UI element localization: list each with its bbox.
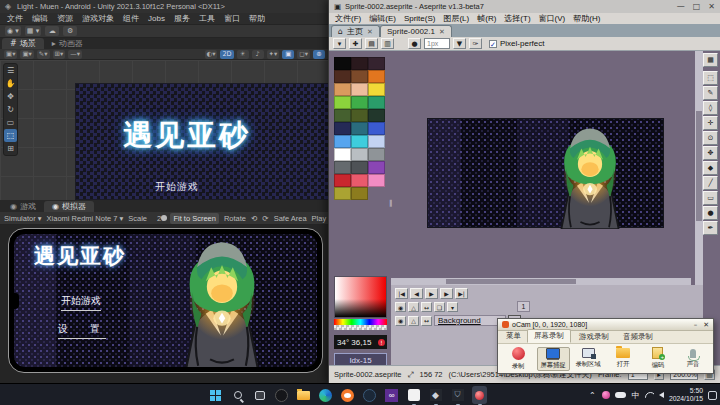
tray-cloud-icon[interactable] bbox=[615, 392, 626, 398]
slice-tool-icon[interactable]: ✒ bbox=[703, 221, 718, 235]
aseprite-menu-item[interactable]: 帮助(H) bbox=[573, 13, 600, 24]
wifi-icon[interactable] bbox=[645, 392, 654, 398]
rectangle-tool-icon[interactable]: ▭ bbox=[703, 191, 718, 205]
cloud-button[interactable]: ☁ bbox=[45, 26, 59, 36]
next-frame-button[interactable]: ▶ bbox=[440, 288, 453, 299]
palette-swatch[interactable] bbox=[334, 174, 351, 187]
steam-app-button[interactable] bbox=[362, 388, 377, 403]
notification-icon[interactable] bbox=[708, 391, 717, 400]
palette-swatch[interactable] bbox=[334, 109, 351, 122]
bucket-tool-icon[interactable]: ◆ bbox=[703, 161, 718, 175]
palette-presets-button[interactable]: ▥ bbox=[381, 38, 394, 49]
checkbox-icon[interactable]: ✓ bbox=[489, 40, 497, 48]
palette-swatch[interactable] bbox=[334, 135, 351, 148]
clock[interactable]: 5:50 2024/10/15 bbox=[669, 387, 703, 404]
palette-swatch[interactable] bbox=[351, 83, 368, 96]
ocam-minimize-button[interactable]: – bbox=[694, 321, 698, 329]
dynamics-button[interactable]: ✑ bbox=[469, 38, 482, 49]
canvas-vertical-scrollbar[interactable] bbox=[695, 51, 703, 285]
lock-icon[interactable]: △ bbox=[408, 302, 419, 312]
palette-swatch[interactable] bbox=[334, 148, 351, 161]
alpha-slider[interactable] bbox=[334, 325, 387, 330]
aseprite-menu-item[interactable]: 文件(F) bbox=[335, 13, 361, 24]
rect-tool-icon[interactable]: ⬚ bbox=[4, 129, 17, 142]
rotate-cw-icon[interactable]: ⟳ bbox=[262, 214, 268, 223]
move-tool-icon[interactable]: ✥ bbox=[703, 146, 718, 160]
dark-app-button[interactable] bbox=[274, 388, 289, 403]
unity-menu-item[interactable]: 文件 bbox=[7, 13, 23, 24]
unity-menu-item[interactable]: 窗口 bbox=[224, 13, 240, 24]
overlay-menu-icon[interactable]: ☰ bbox=[4, 64, 17, 77]
maximize-button[interactable]: □ bbox=[693, 2, 701, 11]
minimize-button[interactable]: — bbox=[677, 2, 685, 11]
ime-indicator[interactable]: 中 bbox=[631, 390, 640, 401]
eyedropper-tool-icon[interactable]: ✛ bbox=[703, 116, 718, 130]
frame-number-header[interactable]: 1 bbox=[517, 301, 530, 312]
pixel-perfect-option[interactable]: ✓ Pixel-perfect bbox=[489, 39, 544, 48]
palette-swatch[interactable] bbox=[368, 161, 385, 174]
unity-titlebar[interactable]: ◈ Light - Muen - Android - Unity 2021.3.… bbox=[0, 0, 329, 13]
grid-settings-icon[interactable]: ▦ bbox=[703, 53, 718, 67]
eye-icon[interactable]: ◉ bbox=[395, 302, 406, 312]
palette-swatch[interactable] bbox=[368, 109, 385, 122]
open-folder-button[interactable]: 打开 bbox=[606, 348, 639, 369]
aseprite-menu-item[interactable]: 帧(R) bbox=[477, 13, 496, 24]
edge-button[interactable] bbox=[318, 388, 333, 403]
tab-home[interactable]: ⌂ 主页 ✕ bbox=[331, 25, 380, 37]
scale-tool-icon[interactable]: ▭ bbox=[4, 116, 17, 129]
zoom-tool-icon[interactable]: ⊙ bbox=[703, 131, 718, 145]
ocam-close-button[interactable]: ✕ bbox=[703, 321, 709, 329]
aseprite-menu-item[interactable]: 窗口(V) bbox=[539, 13, 566, 24]
shield-app-button[interactable]: ⛉ bbox=[450, 388, 465, 403]
color-picker-gradient[interactable] bbox=[334, 276, 387, 318]
brush-type-button[interactable]: ● bbox=[408, 38, 421, 49]
phone-settings-button[interactable]: 设 置 bbox=[58, 322, 106, 339]
rotate-ccw-icon[interactable]: ⟲ bbox=[251, 214, 257, 223]
aseprite-menu-item[interactable]: 选择(T) bbox=[504, 13, 530, 24]
palette-swatch[interactable] bbox=[334, 161, 351, 174]
record-area-button[interactable]: 录制区域 bbox=[572, 348, 605, 369]
ocam-menu-button[interactable]: 菜单 bbox=[502, 331, 525, 343]
play-unfocused-label[interactable]: Play Unfocused bbox=[312, 214, 329, 223]
tool-dropdown-1[interactable]: ▣▾ bbox=[4, 50, 17, 59]
aseprite-menu-item[interactable]: 编辑(E) bbox=[369, 13, 396, 24]
effects-dropdown[interactable]: ✦▾ bbox=[267, 50, 280, 59]
lighting-toggle-button[interactable]: ☀ bbox=[237, 50, 249, 59]
tab-scene[interactable]: #场景 bbox=[2, 38, 44, 49]
tab-simulator[interactable]: ◉模拟器 bbox=[44, 201, 94, 212]
last-frame-button[interactable]: ▶| bbox=[455, 288, 468, 299]
layer-link-icon[interactable]: ↔ bbox=[421, 316, 432, 326]
tab-animator[interactable]: ▸动画器 bbox=[44, 38, 91, 49]
gizmos-dropdown[interactable]: ◻▾ bbox=[297, 50, 310, 59]
palette-swatch[interactable] bbox=[368, 135, 385, 148]
unity-menu-item[interactable]: 游戏对象 bbox=[82, 13, 114, 24]
palette-swatch[interactable] bbox=[334, 96, 351, 109]
scene-view[interactable]: 遇见亚砂 开始游戏 ☰ ✋ ✥ ↻ ▭ ⬚ ⊞ bbox=[0, 60, 329, 200]
palette-swatch[interactable] bbox=[351, 187, 368, 200]
close-tab-icon[interactable]: ✕ bbox=[439, 28, 445, 36]
camera-button[interactable]: ▣ bbox=[282, 50, 294, 59]
palette-swatch[interactable] bbox=[351, 70, 368, 83]
close-tab-icon[interactable]: ✕ bbox=[367, 28, 373, 36]
palette-swatch[interactable] bbox=[351, 174, 368, 187]
safe-area-button[interactable]: Safe Area bbox=[274, 214, 307, 223]
ocam-tab-screen-record[interactable]: 屏幕录制 bbox=[527, 329, 571, 343]
screen-capture-button[interactable]: 屏幕捕捉 bbox=[537, 347, 570, 371]
ocam-tab-game-record[interactable]: 游戏录制 bbox=[573, 331, 615, 343]
palette-swatch[interactable] bbox=[368, 96, 385, 109]
visual-studio-button[interactable]: ∞ bbox=[384, 388, 399, 403]
unity-menu-item[interactable]: 服务 bbox=[174, 13, 190, 24]
account-button[interactable]: ◉ ▾ bbox=[5, 26, 21, 36]
prev-frame-button[interactable]: ◀ bbox=[410, 288, 423, 299]
palette-sort-button[interactable]: ▤ bbox=[365, 38, 378, 49]
aseprite-titlebar[interactable]: ▣ Sprite-0002.aseprite - Aseprite v1.3-b… bbox=[329, 0, 720, 13]
palette-swatch[interactable] bbox=[334, 83, 351, 96]
layer-lock-icon[interactable]: △ bbox=[408, 316, 419, 326]
palette-swatch[interactable] bbox=[368, 70, 385, 83]
marquee-tool-icon[interactable]: ⬚ bbox=[703, 71, 718, 85]
palette-swatch[interactable] bbox=[368, 83, 385, 96]
settings-gear-button[interactable]: ⚙ bbox=[63, 26, 77, 36]
palette-swatch[interactable] bbox=[334, 122, 351, 135]
volume-icon[interactable] bbox=[659, 392, 664, 398]
shading-tool-icon[interactable]: ● bbox=[703, 206, 718, 220]
